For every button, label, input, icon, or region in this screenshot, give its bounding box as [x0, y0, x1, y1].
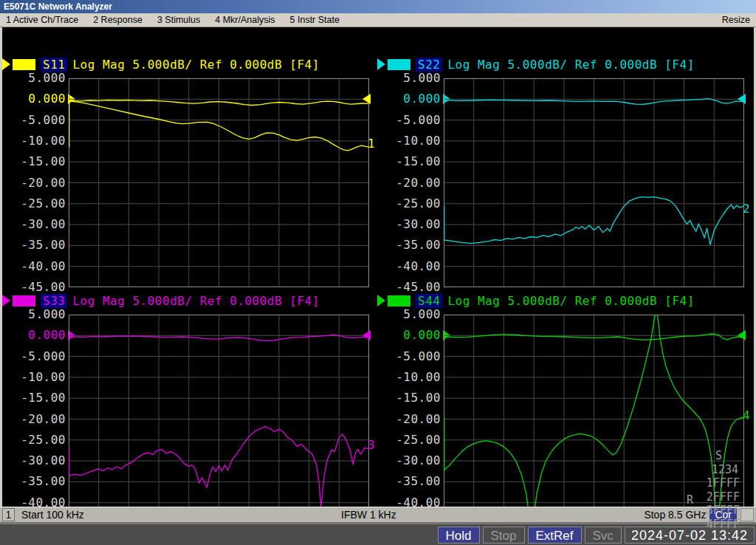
trace-scale-label: Log Mag 5.000dB/ Ref 0.000dB [F4] [72, 294, 319, 308]
channel-s33-quadrant: S33 Log Mag 5.000dB/ Ref 0.000dB [F4] 5.… [2, 293, 377, 528]
y-axis-tick-label: -5.000 [21, 114, 66, 127]
trace-scale-label: Log Mag 5.000dB/ Ref 0.000dB [F4] [447, 58, 694, 72]
trace-color-swatch [388, 295, 410, 306]
y-axis-tick-label: -15.00 [396, 155, 441, 168]
active-trace-arrow-icon [377, 295, 385, 306]
start-frequency-label: Start 100 kHz [21, 509, 84, 521]
y-axis-tick-label: -20.00 [396, 413, 441, 426]
stop-button[interactable]: Stop [483, 527, 525, 544]
active-trace-arrow-icon [2, 295, 10, 306]
y-axis-tick-label: -5.000 [396, 350, 441, 363]
y-axis-tick-label: -15.00 [21, 391, 66, 405]
y-axis-tick-label: -20.00 [21, 176, 66, 190]
y-axis-tick-label: -45.00 [396, 281, 441, 294]
statusbar-grip [740, 508, 754, 521]
y-axis-tick-label: -20.00 [21, 413, 66, 426]
channel-s22-quadrant: S22 Log Mag 5.000dB/ Ref 0.000dB [F4] 5.… [377, 57, 752, 292]
port-overlay-row: 2FFFF [693, 490, 740, 504]
plot-area-s33: 3 [69, 315, 369, 524]
ifbw-label: IFBW 1 kHz [341, 509, 396, 521]
y-axis-tick-label: 5.000 [28, 72, 66, 85]
y-axis-tick-label: 5.000 [28, 308, 66, 321]
trace-color-swatch [13, 295, 35, 306]
trace-number-label: 1 [368, 137, 375, 151]
window-frame-left [0, 27, 2, 507]
y-axis-tick-label: -10.00 [396, 371, 441, 384]
port-overlay-header: S [693, 449, 740, 463]
plot-area-s11: 1 [69, 78, 369, 287]
y-axis-labels: 5.0000.000-5.000-10.00-15.00-20.00-25.00… [2, 78, 66, 287]
y-axis-tick-label: -15.00 [21, 155, 66, 168]
y-axis-tick-label: -25.00 [396, 197, 441, 210]
port-overlay-row: 1FFFF [693, 476, 740, 490]
y-axis-tick-label: -35.00 [21, 239, 66, 252]
trace-number-label: 2 [743, 202, 750, 216]
hold-button[interactable]: Hold [438, 527, 480, 544]
trace-name-s22[interactable]: S22 [416, 58, 442, 72]
y-axis-tick-label: -25.00 [21, 197, 66, 210]
active-trace-arrow-icon [2, 58, 10, 70]
y-axis-tick-label: -30.00 [21, 454, 66, 467]
trace-header-s11: S11 Log Mag 5.000dB/ Ref 0.000dB [F4] [2, 57, 320, 72]
active-trace-arrow-icon [377, 58, 385, 70]
trace-scale-label: Log Mag 5.000dB/ Ref 0.000dB [F4] [447, 294, 694, 308]
y-axis-tick-label: -10.00 [21, 134, 66, 148]
trace-header-s22: S22 Log Mag 5.000dB/ Ref 0.000dB [F4] [377, 57, 695, 72]
trace-color-swatch [13, 59, 35, 70]
channel-s11-quadrant: S11 Log Mag 5.000dB/ Ref 0.000dB [F4] 5.… [2, 57, 377, 292]
trace-scale-label: Log Mag 5.000dB/ Ref 0.000dB [F4] [72, 58, 319, 72]
menu-active-ch-trace[interactable]: 1 Active Ch/Trace [6, 15, 78, 25]
y-axis-tick-label: -35.00 [21, 475, 66, 488]
menu-bar: 1 Active Ch/Trace 2 Response 3 Stimulus … [0, 13, 756, 27]
trace-header-s33: S33 Log Mag 5.000dB/ Ref 0.000dB [F4] [2, 293, 320, 308]
trace-number-label: 4 [743, 409, 750, 422]
reference-marker-icon [362, 330, 371, 340]
port-overlay-columns: 1234 [693, 463, 740, 477]
y-axis-tick-label: -25.00 [21, 433, 66, 447]
trace-name-s33[interactable]: S33 [41, 294, 67, 308]
menu-response[interactable]: 2 Response [93, 15, 142, 25]
window-title: E5071C Network Analyzer [4, 1, 112, 12]
y-axis-tick-label: 0.000 [403, 329, 441, 342]
instrument-state-bar: Hold Stop ExtRef Svc 2024-07-02 13:42 [0, 523, 756, 545]
trace-name-s44[interactable]: S44 [416, 294, 442, 308]
y-axis-tick-label: -10.00 [21, 371, 66, 384]
reference-marker-icon [738, 94, 746, 104]
channel-number-box: 1 [2, 508, 15, 521]
reference-marker-icon [738, 330, 746, 340]
trace-header-s44: S44 Log Mag 5.000dB/ Ref 0.000dB [F4] [377, 293, 695, 308]
menu-instr-state[interactable]: 5 Instr State [290, 15, 340, 25]
y-axis-tick-label: -5.000 [21, 350, 66, 363]
y-axis-tick-label: -30.00 [21, 218, 66, 231]
y-axis-tick-label: -35.00 [396, 475, 441, 488]
port-overlay-receiver-label: R [687, 493, 693, 507]
y-axis-tick-label: 5.000 [403, 308, 441, 321]
trace-name-s11[interactable]: S11 [41, 58, 67, 72]
y-axis-tick-label: -30.00 [396, 218, 441, 231]
port-overlay-row: 3FFFF [693, 504, 740, 518]
resize-button[interactable]: Resize [722, 15, 750, 25]
y-axis-tick-label: -30.00 [396, 454, 441, 467]
y-axis-tick-label: 5.000 [403, 72, 441, 85]
y-axis-labels: 5.0000.000-5.000-10.00-15.00-20.00-25.00… [2, 315, 66, 524]
svc-button[interactable]: Svc [585, 527, 622, 544]
window-titlebar: E5071C Network Analyzer [0, 0, 756, 13]
y-axis-tick-label: 0.000 [28, 329, 66, 342]
menu-mkr-analysis[interactable]: 4 Mkr/Analysis [215, 15, 275, 25]
y-axis-tick-label: -15.00 [396, 391, 441, 405]
trace-number-label: 3 [368, 439, 375, 452]
y-axis-labels: 5.0000.000-5.000-10.00-15.00-20.00-25.00… [377, 78, 441, 287]
reference-marker-icon [362, 94, 371, 104]
y-axis-tick-label: 0.000 [28, 92, 66, 106]
y-axis-tick-label: -35.00 [396, 239, 441, 252]
menu-stimulus[interactable]: 3 Stimulus [157, 15, 200, 25]
port-status-overlay: S 1234 1FFFF 2FFFF 3FFFF 4FFFF R [693, 449, 740, 531]
y-axis-tick-label: -10.00 [396, 134, 441, 148]
y-axis-tick-label: -45.00 [21, 281, 66, 294]
extref-button[interactable]: ExtRef [528, 527, 582, 544]
plot-area-s22: 2 [444, 78, 744, 287]
y-axis-tick-label: -5.000 [396, 114, 441, 127]
y-axis-tick-label: -40.00 [21, 260, 66, 273]
y-axis-tick-label: -20.00 [396, 176, 441, 190]
y-axis-labels: 5.0000.000-5.000-10.00-15.00-20.00-25.00… [377, 315, 441, 524]
